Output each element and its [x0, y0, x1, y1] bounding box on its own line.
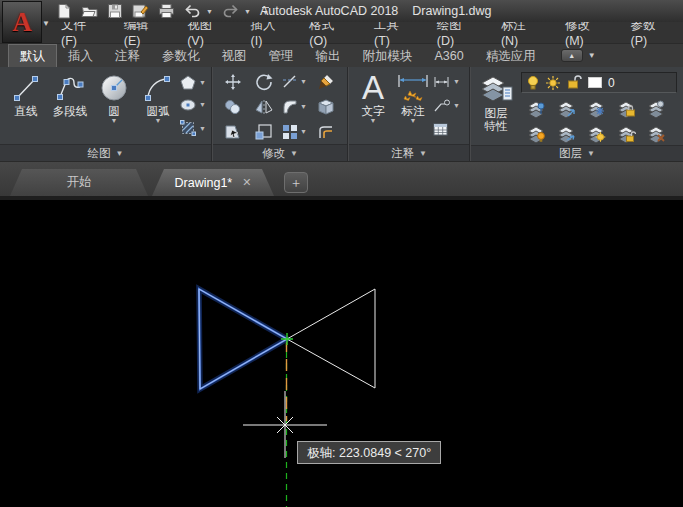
stretch-button[interactable] [224, 124, 242, 140]
hatch-button[interactable]: ▼ [180, 120, 206, 136]
layer-dropdown[interactable]: 0 [521, 72, 677, 93]
ellipse-button[interactable]: ▼ [180, 99, 206, 111]
redo-dropdown-icon[interactable]: ▼ [244, 8, 251, 15]
arc-dropdown-icon[interactable]: ▼ [155, 118, 162, 123]
tab-drawing1[interactable]: Drawing1* ✕ [152, 169, 274, 196]
left-triangle-selected[interactable] [199, 289, 287, 389]
left-triangle-core [199, 289, 287, 389]
ribbon-tab-home[interactable]: 默认 [8, 44, 57, 67]
plot-icon[interactable] [158, 3, 175, 19]
circle-dropdown-icon[interactable]: ▼ [111, 118, 118, 123]
ribbon-tab-insert[interactable]: 插入 [57, 44, 104, 67]
ribbon-minimize-dropdown-icon[interactable]: ▼ [588, 51, 596, 60]
new-file-icon[interactable] [56, 3, 72, 19]
array-button[interactable]: ▼ [282, 124, 307, 140]
explode-button[interactable] [317, 99, 335, 115]
move-icon [224, 73, 242, 91]
stretch-icon [224, 124, 242, 140]
tab-start[interactable]: 开始 [10, 169, 148, 196]
ribbon-tab-a360[interactable]: A360 [424, 44, 475, 67]
make-current-icon[interactable] [526, 98, 546, 118]
new-drawing-tab-button[interactable]: ＋ [284, 172, 308, 193]
ribbon-tab-view[interactable]: 视图 [211, 44, 258, 67]
circle-icon [99, 73, 129, 103]
panel-draw: 直线 多段线 圆 [0, 67, 212, 161]
unlock-layer-icon[interactable] [616, 123, 636, 143]
copy-icon [224, 99, 242, 115]
ribbon-tab-manage[interactable]: 管理 [258, 44, 305, 67]
circle-button[interactable]: 圆 ▼ [92, 67, 136, 144]
panel-title-layers[interactable]: 图层▼ [471, 145, 683, 161]
table-button[interactable] [433, 123, 460, 136]
array-dropdown-icon[interactable]: ▼ [300, 129, 307, 134]
linear-dimension-button[interactable]: ▼ [433, 76, 460, 88]
erase-button[interactable] [317, 73, 335, 91]
ribbon-minimize-icon[interactable]: ▲ [561, 49, 583, 62]
delete-layer-icon[interactable] [646, 123, 666, 143]
thaw-icon[interactable] [586, 123, 606, 143]
trim-dropdown-icon[interactable]: ▼ [300, 79, 307, 84]
ribbon-tab-annotate[interactable]: 注释 [104, 44, 151, 67]
ribbon-tab-bar: 默认 插入 注释 参数化 视图 管理 输出 附加模块 A360 精选应用 ▲ ▼ [0, 44, 683, 67]
trim-button[interactable]: ▼ [282, 74, 307, 90]
isolate-icon[interactable] [646, 98, 666, 118]
right-triangle[interactable] [287, 289, 375, 388]
turn-on-layers-icon[interactable] [526, 123, 546, 143]
file-tab-bar: 开始 Drawing1* ✕ ＋ [0, 162, 683, 200]
menu-bar: 文件(F) 编辑(E) 视图(V) 插入(I) 格式(O) 工具(T) 绘图(D… [0, 22, 683, 44]
panel-title-annotate[interactable]: 注释▼ [349, 144, 469, 161]
dimension-button[interactable]: 标注 ▼ [393, 67, 433, 144]
annotate-mini-column: ▼ ▼ [433, 67, 460, 144]
plus-icon: ＋ [290, 175, 303, 190]
explode-icon [317, 99, 335, 115]
leader-button[interactable]: ▼ [433, 99, 460, 112]
fillet-button[interactable]: ▼ [282, 99, 307, 115]
text-button[interactable]: A 文字 ▼ [353, 67, 393, 144]
fillet-icon [282, 99, 298, 115]
layer-walk-icon[interactable] [556, 123, 576, 143]
freeze-icon[interactable] [586, 98, 606, 118]
leader-icon [433, 99, 450, 112]
layer-previous-icon[interactable] [556, 98, 576, 118]
panel-title-modify[interactable]: 修改▼ [213, 144, 347, 161]
rotate-button[interactable] [255, 73, 273, 91]
move-button[interactable] [224, 73, 242, 91]
fillet-dropdown-icon[interactable]: ▼ [300, 104, 307, 109]
drawing-canvas[interactable]: 极轴: 223.0849 < 270° [0, 200, 683, 507]
open-file-icon[interactable] [81, 3, 98, 19]
table-icon [433, 123, 448, 136]
save-icon[interactable] [107, 3, 123, 19]
panel-title-draw[interactable]: 绘图▼ [0, 144, 211, 161]
autocad-logo-icon: A [12, 9, 32, 36]
sun-icon [545, 75, 561, 91]
text-dropdown-icon[interactable]: ▼ [370, 118, 377, 123]
polyline-button[interactable]: 多段线 [48, 67, 92, 144]
dimension-dropdown-icon[interactable]: ▼ [410, 118, 417, 123]
current-layer-name: 0 [608, 76, 615, 90]
ribbon-tab-output[interactable]: 输出 [305, 44, 352, 67]
arc-button[interactable]: 圆弧 ▼ [136, 67, 180, 144]
layer-properties-button[interactable]: 图层 特性 [475, 69, 517, 145]
undo-dropdown-icon[interactable]: ▼ [206, 8, 213, 15]
close-tab-icon[interactable]: ✕ [242, 176, 251, 189]
line-button[interactable]: 直线 [4, 67, 48, 144]
offset-button[interactable] [317, 124, 335, 140]
ribbon-tab-parametric[interactable]: 参数化 [151, 44, 211, 67]
ribbon-tab-addins[interactable]: 附加模块 [352, 44, 424, 67]
application-menu-button[interactable]: A ▼ [2, 1, 42, 43]
redo-icon[interactable] [222, 4, 239, 19]
panel-annotate: A 文字 ▼ 标注 ▼ [348, 67, 470, 161]
undo-icon[interactable] [184, 4, 201, 19]
panel-layers: 图层 特性 [470, 67, 683, 161]
lock-layer-icon[interactable] [616, 98, 636, 118]
scale-button[interactable] [255, 124, 272, 140]
offset-icon [317, 124, 335, 140]
copy-button[interactable] [224, 99, 242, 115]
ribbon-minimize-control: ▲ ▼ [561, 44, 596, 67]
dimension-icon [396, 73, 430, 103]
left-triangle-glow [199, 289, 287, 389]
mirror-button[interactable] [255, 99, 273, 115]
ribbon-tab-featured-apps[interactable]: 精选应用 [475, 44, 547, 67]
polygon-button[interactable]: ▼ [180, 75, 206, 90]
save-as-icon[interactable] [132, 3, 149, 19]
